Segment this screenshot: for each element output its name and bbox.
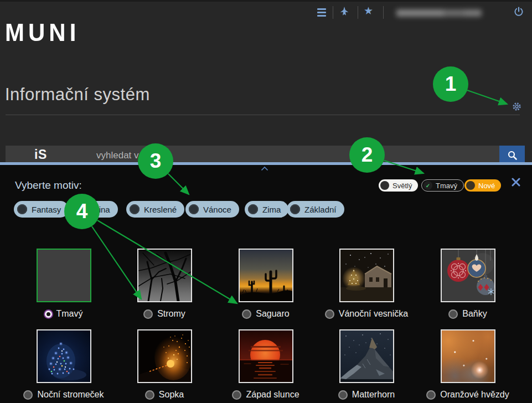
theme-thumbnail-oranzove-hvezdy[interactable] [441, 329, 495, 383]
theme-radio[interactable] [232, 390, 241, 400]
menu-icon[interactable] [317, 8, 326, 17]
ismu-page: MUNI Informační systém iS Vyberte motiv:… [0, 0, 532, 403]
header-divider [333, 6, 333, 19]
theme-thumbnail-sopka[interactable] [137, 329, 192, 383]
callout-2: 2 [349, 137, 385, 173]
toggle-dot [466, 181, 475, 190]
stromy-art [138, 250, 191, 301]
star-icon[interactable] [364, 4, 373, 17]
category-dot [248, 204, 258, 214]
theme-thumbnail-saguaro[interactable] [239, 249, 293, 302]
category-pill-fantasy[interactable]: Fantasy [14, 201, 69, 218]
theme-card-oranzove-hvezdy[interactable]: Oranžové hvězdy [417, 329, 518, 400]
theme-label: Tmavý [56, 309, 83, 319]
theme-card-vanocni-vesnicka[interactable]: Vánoční vesnička [316, 249, 417, 319]
theme-thumbnail-zapad-slunce[interactable] [239, 329, 293, 383]
page-title: Informační systém [5, 85, 150, 105]
theme-card-matterhorn[interactable]: Matterhorn [316, 329, 417, 400]
callout-4: 4 [64, 194, 100, 229]
category-label: Základní [304, 205, 337, 214]
theme-label: Baňky [462, 309, 487, 319]
toggle-dark-mode-selected[interactable]: Tmavý [421, 179, 464, 192]
theme-card-tmavy[interactable]: Tmavý [13, 249, 114, 319]
sopka-art [138, 330, 191, 382]
nebula-art [442, 330, 494, 382]
vesnicka-art [340, 250, 393, 301]
category-pill-zima[interactable]: Zima [245, 201, 288, 218]
panel-title: Vyberte motiv: [15, 179, 82, 192]
callout-number: 3 [150, 149, 162, 173]
theme-label: Sopka [159, 390, 184, 400]
settings-gear-icon[interactable] [512, 102, 521, 111]
category-label: Fantasy [32, 205, 61, 214]
power-icon[interactable] [514, 7, 524, 17]
muni-logo[interactable]: MUNI [5, 19, 80, 46]
stromecek-art [38, 330, 90, 382]
theme-card-zapad-slunce[interactable]: Západ slunce [215, 329, 316, 400]
saguaro-art [240, 250, 292, 301]
callout-1: 1 [433, 66, 468, 102]
check-icon [423, 181, 432, 190]
theme-card-saguaro[interactable]: Saguaro [215, 249, 316, 319]
theme-label: Vánoční vesnička [339, 309, 408, 319]
theme-radio[interactable] [23, 390, 33, 400]
category-label: Kreslené [144, 205, 177, 214]
collapse-chevron-icon[interactable] [261, 166, 268, 171]
theme-thumbnail-tmavy[interactable] [37, 249, 91, 302]
theme-card-nocni-stromecek[interactable]: Noční stromeček [13, 329, 114, 400]
theme-radio[interactable] [448, 309, 458, 319]
category-pill-zakladni[interactable]: Základní [287, 201, 344, 218]
callout-3: 3 [138, 143, 173, 179]
category-label: Zima [262, 205, 281, 214]
theme-thumbnail-matterhorn[interactable] [339, 329, 394, 383]
theme-thumbnail-nocni-stromecek[interactable] [37, 329, 91, 383]
callout-number: 2 [361, 143, 373, 167]
banky-art [442, 250, 494, 301]
category-pill-vanoce[interactable]: Vánoce [185, 201, 239, 218]
top-edge-strip [0, 0, 532, 2]
search-button[interactable] [499, 146, 525, 164]
category-dot [290, 204, 300, 214]
magnifier-icon [507, 150, 518, 161]
theme-radio[interactable] [242, 309, 251, 319]
theme-thumbnail-stromy[interactable] [137, 249, 192, 302]
category-pill-kreslene[interactable]: Kreslené [126, 201, 184, 218]
theme-label: Stromy [157, 309, 185, 319]
toggle-new-themes[interactable]: Nové [464, 179, 501, 192]
theme-thumbnail-banky[interactable] [441, 249, 495, 302]
callout-arrow-1 [467, 90, 507, 104]
slunce-art [240, 330, 292, 382]
theme-radio[interactable] [145, 390, 154, 400]
callout-number: 4 [76, 200, 88, 223]
theme-label: Oranžové hvězdy [440, 390, 509, 400]
theme-radio-selected[interactable] [45, 311, 52, 318]
close-icon[interactable] [512, 178, 520, 187]
theme-radio[interactable] [325, 309, 334, 319]
toggle-label: Tmavý [436, 182, 457, 190]
theme-label: Západ slunce [246, 390, 299, 400]
title-divider [6, 115, 520, 115]
category-dot [189, 204, 199, 214]
user-name-blurred[interactable] [396, 9, 482, 17]
theme-card-banky[interactable]: Baňky [417, 249, 518, 319]
category-label: Vánoce [203, 205, 231, 214]
toggle-label: Světlý [392, 182, 412, 190]
toggle-light-mode[interactable]: Světlý [379, 179, 418, 192]
header-divider [383, 6, 384, 19]
theme-radio[interactable] [426, 390, 436, 400]
callout-number: 1 [445, 73, 457, 96]
plane-icon[interactable] [339, 6, 349, 17]
theme-card-sopka[interactable]: Sopka [114, 329, 215, 400]
theme-radio[interactable] [143, 309, 153, 319]
theme-label: Noční stromeček [37, 390, 104, 400]
matterhorn-art [340, 330, 393, 382]
category-dot [17, 204, 27, 214]
theme-label: Matterhorn [352, 390, 395, 400]
is-logo: iS [34, 147, 47, 162]
theme-label: Saguaro [256, 309, 290, 319]
theme-radio[interactable] [338, 390, 348, 400]
header-divider [358, 6, 358, 19]
theme-thumbnail-vanocni-vesnicka[interactable] [339, 249, 394, 302]
toggle-dot [380, 181, 389, 190]
theme-card-stromy[interactable]: Stromy [114, 249, 215, 319]
